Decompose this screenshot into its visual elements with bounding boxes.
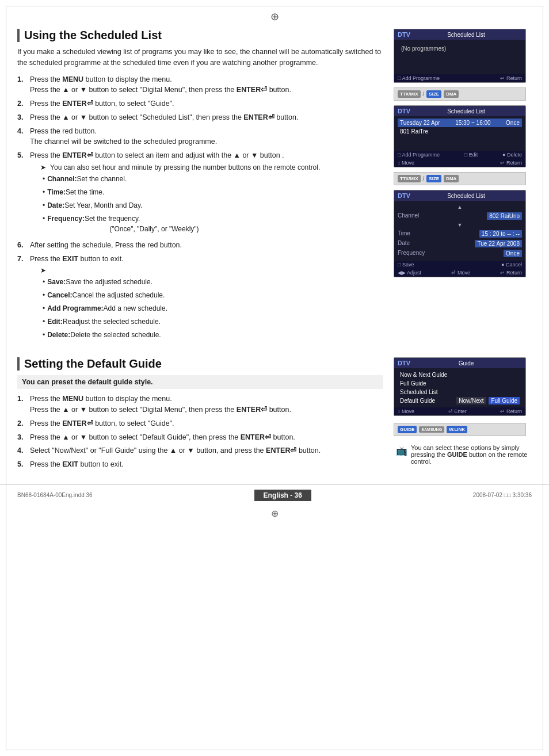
footer-left: BN68-01684A-00Eng.indd 36 — [17, 492, 93, 498]
tv3-return: ↩ Return — [500, 270, 522, 276]
s2-step-2-num: 2. — [17, 418, 28, 429]
tv-screen-2-header: DTV Scheduled List — [394, 106, 525, 116]
s2-step-3-num: 3. — [17, 432, 28, 443]
remote1-btn-dma[interactable]: DMA — [444, 90, 459, 98]
guide-menu-default: Default Guide Now/Next Full Guide — [398, 396, 522, 405]
tv-screen-1: DTV Scheduled List (No programmes) □ Add… — [394, 29, 526, 83]
section1-steps: 1. Press the MENU button to display the … — [17, 74, 383, 343]
section2-container: Setting the Default Guide You can preset… — [0, 352, 549, 479]
tv-screen-3-header: DTV Scheduled List — [394, 190, 525, 201]
remote2-btn-size[interactable]: SIZE — [426, 175, 441, 182]
step-4-num: 4. — [17, 126, 28, 148]
section2-steps: 1. Press the MENU button to display the … — [17, 394, 383, 470]
tv-screen-1-body: (No programmes) — [394, 40, 525, 74]
step-5-num: 5. — [17, 150, 28, 237]
bullet-save: Save: Save the adjusted schedule. — [43, 277, 383, 287]
remote-guide-btn-samsung[interactable]: SAMSUNG — [419, 426, 444, 433]
tv3-adjust: ◀▶ Adjust — [398, 270, 421, 276]
remote2-btn-ttx[interactable]: TTX/MIX — [398, 175, 421, 182]
guide-note: 📺 You can select these options by simply… — [394, 444, 532, 465]
remote1-slash: / — [423, 91, 425, 97]
tv3-date-row: Date Tue 22 Apr 2008 — [398, 239, 522, 249]
tv3-dtv: DTV — [398, 192, 410, 199]
step-6: 6. After setting the schedule, Press the… — [17, 240, 383, 251]
step-1-sub: Press the ▲ or ▼ button to select "Digit… — [30, 86, 291, 94]
tv-screen-3-footer2: ◀▶ Adjust ⏎ Move ↩ Return — [394, 269, 525, 277]
remote-2: TTX/MIX / SIZE DMA — [394, 172, 526, 185]
page-footer: BN68-01684A-00Eng.indd 36 English - 36 2… — [0, 484, 549, 506]
remote-guide-btn-wlink[interactable]: W.LINK — [447, 426, 467, 433]
step-5-content: Press the ENTER⏎ button to select an ite… — [30, 150, 383, 237]
tv-screen-3-body: ▲ Channel 802 RaiUno ▼ Time 15 : 20 to -… — [394, 201, 525, 261]
s2-step-2: 2. Press the ENTER⏎ button, to select "G… — [17, 418, 383, 429]
tv3-channel-val: 802 RaiUno — [487, 212, 522, 220]
step-5-subnote: ➤ You can also set hour and minute by pr… — [40, 162, 383, 173]
remote-1: TTX/MIX / SIZE DMA — [394, 87, 526, 101]
s2-step-3: 3. Press the ▲ or ▼ button to select "De… — [17, 432, 383, 443]
remote1-btn-size[interactable]: SIZE — [426, 90, 441, 98]
section1-left: Using the Scheduled List If you make a s… — [17, 29, 383, 346]
step-7-bullets: Save: Save the adjusted schedule. Cancel… — [43, 277, 383, 340]
bullet-add: Add Programme: Add a new schedule. — [43, 303, 383, 314]
guide-menu-now-next: Now & Next Guide — [398, 371, 522, 379]
tv2-row1-freq: Once — [506, 120, 520, 126]
guide-tv-screen: DTV Guide Now & Next Guide Full Guide Sc… — [394, 357, 526, 416]
guide-menu-full: Full Guide — [398, 379, 522, 388]
bullet-cancel: Cancel: Cancel the adjusted schedule. — [43, 290, 383, 300]
tv-screen-2-footer2: ↕ Move ↩ Return — [394, 159, 525, 167]
tv1-return: ↩ Return — [500, 75, 522, 81]
s2-step-4-content: Select "Now/Next" or "Full Guide" using … — [30, 445, 383, 456]
tv3-save: □ Save — [398, 262, 414, 268]
section1-container: Using the Scheduled List If you make a s… — [0, 23, 549, 352]
guide-move: ↕ Move — [398, 408, 414, 414]
section1-intro: If you make a scheduled viewing list of … — [17, 47, 383, 68]
tv1-title: Scheduled List — [447, 32, 485, 38]
step-1-num: 1. — [17, 74, 28, 96]
tv-screen-1-header: DTV Scheduled List — [394, 29, 525, 40]
tv2-row1-day: Tuesday 22 Apr — [400, 120, 440, 126]
s2-step-5-num: 5. — [17, 459, 28, 470]
s2-step-5-content: Press the EXIT button to exit. — [30, 459, 383, 470]
remote2-slash: / — [423, 175, 425, 182]
s2-step-1-num: 1. — [17, 394, 28, 415]
tv-screen-2-footer: □ Add Programme □ Edit ● Delete — [394, 151, 525, 159]
tv3-channel-row: Channel 802 RaiUno — [398, 211, 522, 221]
bullet-time: Time: Set the time. — [43, 187, 383, 197]
tv1-no-prog: (No programmes) — [398, 42, 522, 55]
step-3: 3. Press the ▲ or ▼ button to select "Sc… — [17, 112, 383, 123]
tv3-freq-row: Frequency Once — [398, 249, 522, 258]
step-3-content: Press the ▲ or ▼ button to select "Sched… — [30, 112, 383, 123]
step-4: 4. Press the red button. The channel wil… — [17, 126, 383, 148]
tv2-dtv: DTV — [398, 108, 410, 114]
step-7-num: 7. — [17, 254, 28, 343]
section2-subtitle: You can preset the default guide style. — [17, 375, 383, 389]
tv-screen-2-body: Tuesday 22 Apr 15:30 ~ 16:00 Once 801 Ra… — [394, 116, 525, 151]
tv2-row1-time: 15:30 ~ 16:00 — [455, 120, 490, 126]
footer-center: English - 36 — [254, 490, 311, 501]
step-7-arrow: ➤ — [40, 265, 383, 276]
step-5-bullets: Channel: Set the channel. Time: Set the … — [43, 174, 383, 234]
remote2-btn-dma[interactable]: DMA — [444, 175, 459, 182]
remote1-btn-ttx[interactable]: TTX/MIX — [398, 90, 421, 98]
section1-right: DTV Scheduled List (No programmes) □ Add… — [394, 29, 532, 346]
tv3-move: ⏎ Move — [451, 270, 470, 276]
tv3-title: Scheduled List — [447, 193, 485, 199]
guide-tv-body: Now & Next Guide Full Guide Scheduled Li… — [394, 368, 525, 407]
tv3-freq-label: Frequency — [398, 250, 438, 257]
tv2-edit: □ Edit — [464, 152, 478, 158]
tv3-time-label: Time — [398, 230, 438, 238]
tv3-date-val: Tue 22 Apr 2008 — [475, 240, 522, 247]
guide-title: Guide — [459, 360, 474, 366]
tv-screen-3-footer1: □ Save ● Cancel — [394, 261, 525, 269]
step-2-num: 2. — [17, 98, 28, 109]
s2-step-1-content: Press the MENU button to display the men… — [30, 394, 383, 415]
s2-step-1: 1. Press the MENU button to display the … — [17, 394, 383, 415]
guide-return: ↩ Return — [500, 408, 522, 414]
tv2-return: ↩ Return — [500, 160, 522, 166]
step-6-num: 6. — [17, 240, 28, 251]
remote-guide-btn-guide[interactable]: GUIDE — [398, 426, 417, 433]
guide-enter: ⏎ Enter — [448, 408, 467, 414]
step-1-bold: MENU — [62, 75, 83, 83]
tv-screen-2: DTV Scheduled List Tuesday 22 Apr 15:30 … — [394, 105, 526, 167]
note-icon: 📺 — [396, 445, 407, 456]
